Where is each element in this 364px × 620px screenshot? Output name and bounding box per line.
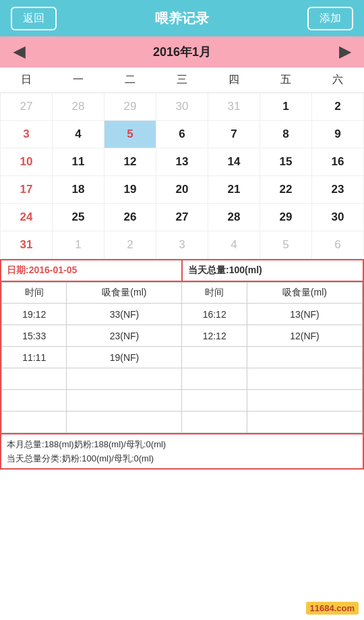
feeding-time-right: 16:12: [182, 304, 247, 325]
calendar-grid: 日一二三四五六 27282930311234567891011121314151…: [0, 67, 364, 259]
feeding-amount-left: 23(NF): [67, 325, 182, 347]
calendar-day[interactable]: 30: [312, 204, 364, 231]
footer-section: 本月总量:188(ml)奶粉:188(ml)/母乳:0(ml) 当天总量分类:奶…: [0, 434, 364, 470]
weekday-header: 日: [1, 67, 53, 93]
calendar-day[interactable]: 20: [156, 176, 208, 204]
calendar-day[interactable]: 5: [260, 231, 312, 259]
calendar-day[interactable]: 2: [104, 231, 156, 259]
calendar-day[interactable]: 1: [53, 231, 104, 259]
feeding-table: 时间 吸食量(ml) 时间 吸食量(ml) 19:1233(NF)16:1213…: [1, 282, 363, 433]
calendar-day[interactable]: 3: [1, 121, 53, 148]
feeding-time-right: [182, 412, 247, 433]
calendar-day[interactable]: 29: [104, 93, 156, 121]
feeding-time-right: [182, 390, 247, 412]
calendar-day[interactable]: 15: [260, 148, 312, 176]
calendar-day[interactable]: 28: [53, 93, 104, 121]
feeding-time-right: [182, 368, 247, 390]
col-amount-right: 吸食量(ml): [247, 283, 362, 304]
add-button[interactable]: 添加: [307, 7, 353, 30]
feeding-amount-right: [247, 390, 362, 412]
feeding-amount-left: [67, 412, 182, 433]
calendar-day[interactable]: 4: [53, 121, 104, 148]
table-row: [2, 390, 363, 412]
calendar-day[interactable]: 6: [312, 231, 364, 259]
detail-section: 日期:2016-01-05 当天总量:100(ml) 时间 吸食量(ml) 时间…: [0, 259, 364, 434]
calendar-day[interactable]: 14: [208, 148, 260, 176]
weekday-header: 四: [208, 67, 260, 93]
monthly-total: 本月总量:188(ml)奶粉:188(ml)/母乳:0(ml): [7, 438, 357, 452]
col-amount-left: 吸食量(ml): [67, 283, 182, 304]
calendar-day[interactable]: 2: [312, 93, 364, 121]
feeding-time-left: [2, 368, 67, 390]
calendar-day[interactable]: 7: [208, 121, 260, 148]
calendar-day[interactable]: 3: [156, 231, 208, 259]
calendar-day[interactable]: 8: [260, 121, 312, 148]
calendar-day[interactable]: 29: [260, 204, 312, 231]
calendar-day[interactable]: 26: [104, 204, 156, 231]
detail-header-row: 日期:2016-01-05 当天总量:100(ml): [1, 260, 363, 282]
watermark: 11684.com: [306, 602, 359, 615]
weekday-header: 二: [104, 67, 156, 93]
feeding-amount-right: [247, 412, 362, 433]
feeding-amount-right: 13(NF): [247, 304, 362, 325]
page-title: 喂养记录: [155, 9, 209, 28]
calendar-day[interactable]: 21: [208, 176, 260, 204]
feeding-amount-right: 12(NF): [247, 325, 362, 347]
feeding-time-left: 15:33: [2, 325, 67, 347]
col-time-right: 时间: [182, 283, 247, 304]
table-row: [2, 368, 363, 390]
feeding-amount-right: [247, 368, 362, 390]
col-time-left: 时间: [2, 283, 67, 304]
feeding-amount-left: [67, 368, 182, 390]
calendar-day[interactable]: 27: [156, 204, 208, 231]
feeding-amount-left: 33(NF): [67, 304, 182, 325]
calendar-day[interactable]: 9: [312, 121, 364, 148]
calendar-day[interactable]: 11: [53, 148, 104, 176]
feeding-time-right: 12:12: [182, 325, 247, 347]
calendar-day[interactable]: 1: [260, 93, 312, 121]
back-button[interactable]: 返回: [11, 7, 57, 30]
feeding-time-right: [182, 347, 247, 368]
calendar-day[interactable]: 22: [260, 176, 312, 204]
calendar-day[interactable]: 31: [208, 93, 260, 121]
calendar-day[interactable]: 16: [312, 148, 364, 176]
feeding-amount-right: [247, 347, 362, 368]
next-month-button[interactable]: ▶: [339, 43, 351, 61]
table-row: 19:1233(NF)16:1213(NF): [2, 304, 363, 325]
calendar-day[interactable]: 12: [104, 148, 156, 176]
feeding-time-left: [2, 390, 67, 412]
calendar-day[interactable]: 25: [53, 204, 104, 231]
feeding-time-left: [2, 412, 67, 433]
calendar-day[interactable]: 27: [1, 93, 53, 121]
total-header: 当天总量:100(ml): [183, 260, 363, 281]
calendar-day[interactable]: 13: [156, 148, 208, 176]
table-row: 11:1119(NF): [2, 347, 363, 368]
daily-breakdown: 当天总量分类:奶粉:100(ml)/母乳:0(ml): [7, 452, 357, 466]
prev-month-button[interactable]: ◀: [13, 43, 25, 61]
calendar-day[interactable]: 28: [208, 204, 260, 231]
calendar-day[interactable]: 10: [1, 148, 53, 176]
calendar-day[interactable]: 4: [208, 231, 260, 259]
calendar-day[interactable]: 17: [1, 176, 53, 204]
feeding-amount-left: [67, 390, 182, 412]
header: 返回 喂养记录 添加: [0, 0, 364, 36]
feeding-time-left: 19:12: [2, 304, 67, 325]
calendar-day[interactable]: 5: [104, 121, 156, 148]
table-row: [2, 412, 363, 433]
feeding-time-left: 11:11: [2, 347, 67, 368]
date-header: 日期:2016-01-05: [1, 260, 183, 281]
calendar-day[interactable]: 6: [156, 121, 208, 148]
calendar-day[interactable]: 18: [53, 176, 104, 204]
weekday-header: 三: [156, 67, 208, 93]
calendar-day[interactable]: 23: [312, 176, 364, 204]
feeding-amount-left: 19(NF): [67, 347, 182, 368]
calendar-day[interactable]: 30: [156, 93, 208, 121]
calendar-nav: ◀ 2016年1月 ▶: [0, 36, 364, 67]
calendar-day[interactable]: 19: [104, 176, 156, 204]
weekday-header: 五: [260, 67, 312, 93]
calendar-day[interactable]: 31: [1, 231, 53, 259]
calendar-title: 2016年1月: [153, 44, 211, 60]
table-row: 15:3323(NF)12:1212(NF): [2, 325, 363, 347]
weekday-header: 六: [312, 67, 364, 93]
calendar-day[interactable]: 24: [1, 204, 53, 231]
